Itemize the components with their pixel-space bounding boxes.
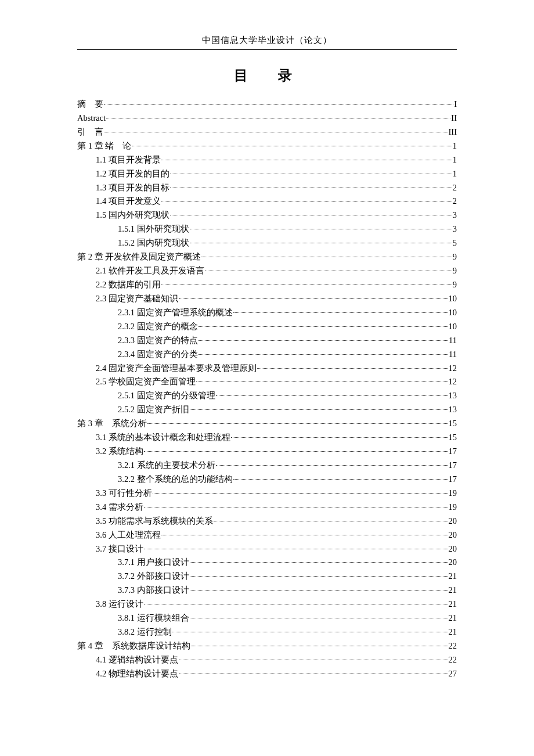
toc-entry-page: 12	[449, 362, 457, 376]
toc-entry-label: 1.3 项目开发的目标	[96, 181, 169, 195]
toc-entry-label: 1.5.2 国内研究现状	[118, 236, 189, 250]
document-page: 中国信息大学毕业设计（论文） 目 录 摘 要 IAbstract II引 言 I…	[77, 35, 457, 681]
toc-entry-page: 1	[453, 139, 457, 153]
toc-leader	[190, 243, 452, 243]
toc-leader	[201, 257, 452, 257]
toc-leader	[216, 395, 448, 396]
toc-title: 目 录	[77, 66, 457, 85]
toc-entry-label: 3.5 功能需求与系统模块的关系	[96, 514, 213, 528]
page-header: 中国信息大学毕业设计（论文）	[77, 35, 457, 50]
toc-entry: 3.8 运行设计 21	[77, 597, 457, 611]
toc-leader	[153, 493, 448, 494]
toc-entry-label: 2.3.2 固定资产的概念	[118, 320, 198, 334]
toc-entry-label: 3.7.3 内部接口设计	[118, 584, 189, 597]
toc-entry: 第 3 章 系统分析 15	[77, 417, 457, 431]
toc-leader	[199, 354, 448, 355]
toc-entry-page: 13	[449, 403, 457, 417]
toc-leader	[170, 188, 452, 188]
toc-leader	[179, 298, 448, 299]
toc-entry: 3.2.1 系统的主要技术分析 17	[77, 459, 457, 473]
toc-entry-label: 第 3 章 系统分析	[77, 417, 147, 431]
toc-entry: 3.2.2 整个系统的总的功能结构 17	[77, 473, 457, 487]
toc-entry-label: 3.8.1 运行模块组合	[118, 611, 189, 625]
toc-leader	[132, 146, 452, 146]
toc-entry: 4.1 逻辑结构设计要点 22	[77, 653, 457, 667]
toc-leader	[190, 618, 448, 618]
toc-entry-label: 3.7 接口设计	[96, 542, 143, 556]
toc-leader	[205, 271, 452, 271]
toc-leader	[144, 507, 448, 507]
toc-entry: 3.2 系统结构 17	[77, 445, 457, 459]
toc-entry-page: 9	[453, 250, 457, 264]
toc-entry-page: 15	[449, 417, 457, 431]
toc-entry-page: 20	[449, 528, 457, 542]
toc-entry-label: 2.3.3 固定资产的特点	[118, 334, 198, 348]
toc-leader	[144, 451, 448, 452]
toc-entry-label: 摘 要	[77, 98, 103, 111]
toc-entry-page: 11	[449, 348, 457, 362]
toc-entry: 1.2 项目开发的目的 1	[77, 167, 457, 181]
toc-entry: 3.8.1 运行模块组合 21	[77, 611, 457, 625]
toc-entry-page: 13	[449, 389, 457, 403]
toc-entry: 1.5.1 国外研究现状 3	[77, 222, 457, 236]
toc-leader	[161, 201, 452, 201]
toc-leader	[214, 521, 448, 521]
toc-entry-label: 4.2 物理结构设计要点	[96, 667, 178, 681]
toc-entry-label: 2.2 数据库的引用	[96, 278, 161, 292]
toc-entry-page: 21	[449, 570, 457, 584]
toc-entry: 3.5 功能需求与系统模块的关系 20	[77, 514, 457, 528]
toc-entry: 1.1 项目开发背景 1	[77, 153, 457, 167]
toc-entry-page: 9	[453, 278, 457, 292]
toc-entry-label: 3.7.1 用户接口设计	[118, 556, 189, 570]
toc-entry-label: 3.3 可行性分析	[96, 487, 152, 501]
toc-entry: Abstract II	[77, 111, 457, 125]
toc-leader	[161, 285, 452, 285]
toc-entry: 2.3.2 固定资产的概念 10	[77, 320, 457, 334]
toc-entry: 2.4 固定资产全面管理基本要求及管理原则 12	[77, 362, 457, 376]
toc-entry-page: 17	[449, 445, 457, 459]
toc-entry: 4.2 物理结构设计要点 27	[77, 667, 457, 681]
toc-entry-label: 1.2 项目开发的目的	[96, 167, 169, 181]
toc-entry-page: 3	[453, 222, 457, 236]
toc-leader	[231, 437, 448, 438]
toc-entry: 3.7.3 内部接口设计 21	[77, 584, 457, 597]
toc-leader	[144, 604, 448, 604]
toc-entry-page: III	[449, 125, 457, 139]
toc-entry-page: 19	[449, 487, 457, 501]
toc-leader	[199, 340, 448, 341]
toc-entry: 2.3.4 固定资产的分类 11	[77, 348, 457, 362]
toc-leader	[196, 381, 448, 382]
toc-leader	[172, 632, 448, 632]
toc-leader	[199, 326, 448, 327]
toc-leader	[190, 562, 448, 563]
toc-entry: 2.5.2 固定资产折旧 13	[77, 403, 457, 417]
toc-entry-page: 27	[449, 667, 457, 681]
toc-entry-page: 11	[449, 334, 457, 348]
toc-entry-label: 3.8.2 运行控制	[118, 625, 172, 639]
toc-entry-page: 20	[449, 542, 457, 556]
toc-entry-label: 1.4 项目开发意义	[96, 195, 161, 208]
toc-entry-page: 20	[449, 556, 457, 570]
toc-entry-page: 10	[449, 292, 457, 306]
toc-entry: 3.8.2 运行控制 21	[77, 625, 457, 639]
toc-entry: 3.3 可行性分析 19	[77, 487, 457, 501]
toc-entry-page: 21	[449, 597, 457, 611]
toc-entry-page: 19	[449, 501, 457, 514]
toc-entry-label: 2.5.1 固定资产的分级管理	[118, 389, 215, 403]
toc-entry-page: 10	[449, 320, 457, 334]
toc-entry-page: 22	[449, 639, 457, 653]
toc-entry-page: 2	[453, 195, 457, 208]
toc-entry: 第 2 章 开发软件及固定资产概述 9	[77, 250, 457, 264]
toc-entry-label: 2.3 固定资产基础知识	[96, 292, 178, 306]
toc-leader	[190, 590, 448, 591]
toc-entry: 1.5 国内外研究现状 3	[77, 208, 457, 222]
toc-leader	[190, 229, 452, 229]
toc-entry-label: 1.5.1 国外研究现状	[118, 222, 189, 236]
toc-entry: 3.7.2 外部接口设计 21	[77, 570, 457, 584]
toc-entry-page: I	[454, 98, 457, 111]
toc-entry: 2.5 学校固定资产全面管理 12	[77, 375, 457, 389]
toc-entry-page: 12	[449, 375, 457, 389]
toc-entry-label: 3.2.1 系统的主要技术分析	[118, 459, 215, 473]
toc-entry-page: 3	[453, 208, 457, 222]
toc-entry-page: 21	[449, 611, 457, 625]
